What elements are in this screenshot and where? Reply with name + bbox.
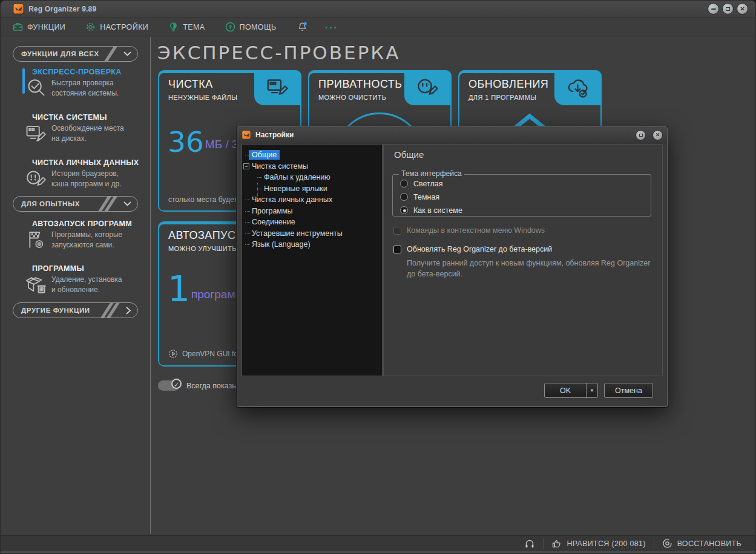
cloud-download-icon bbox=[554, 70, 602, 105]
sidebar-group-label: ДРУГИЕ ФУНКЦИИ bbox=[21, 307, 90, 314]
settings-dialog: Настройки ✕ Общие − Чистка системы Файлы… bbox=[237, 126, 668, 407]
radio-dark-theme[interactable]: Темная bbox=[400, 192, 439, 201]
window-titlebar: Reg Organizer 9.89 ✕ bbox=[1, 1, 755, 18]
card-subtitle: НЕНУЖНЫЕ ФАЙЛЫ bbox=[168, 94, 237, 101]
checkbox-icon bbox=[393, 246, 401, 253]
menu-settings-label: НАСТРОЙКИ bbox=[100, 23, 148, 31]
tree-item-files-to-delete[interactable]: Файлы к удалению bbox=[242, 172, 382, 183]
card-title: ПРИВАТНОСТЬ bbox=[318, 78, 403, 91]
toggle-label: Всегда показыв bbox=[186, 382, 242, 390]
menu-theme-label: ТЕМА bbox=[183, 23, 205, 31]
sidebar-group-other-functions[interactable]: ДРУГИЕ ФУНКЦИИ bbox=[13, 302, 138, 318]
checkbox-beta-updates[interactable]: Обновлять Reg Organizer до бета-версий bbox=[393, 245, 552, 253]
window-frame-edge bbox=[1, 551, 755, 553]
magnifier-check-icon bbox=[25, 77, 48, 100]
checkbox-beta-description: Получите ранний доступ к новым функциям,… bbox=[407, 258, 651, 279]
sidebar-group-functions-for-all[interactable]: ФУНКЦИИ ДЛЯ ВСЕХ bbox=[13, 46, 138, 62]
menu-help-label: ПОМОЩЬ bbox=[240, 23, 277, 31]
menu-theme[interactable]: ТЕМА bbox=[168, 22, 205, 32]
help-icon: ? bbox=[225, 22, 235, 32]
sidebar-item-programs[interactable]: ПРОГРАММЫ Удаление, установка и обновлен… bbox=[24, 264, 146, 296]
chevron-down-icon bbox=[123, 51, 131, 56]
radio-icon bbox=[400, 193, 408, 201]
radio-light-theme[interactable]: Светлая bbox=[400, 179, 443, 188]
app-logo-icon bbox=[242, 130, 251, 140]
ok-dropdown-arrow[interactable]: ▼ bbox=[586, 383, 597, 397]
collapse-icon[interactable]: − bbox=[243, 163, 249, 169]
like-label: НРАВИТСЯ (200 081) bbox=[567, 539, 645, 548]
sidebar-group-label: ДЛЯ ОПЫТНЫХ bbox=[21, 200, 80, 207]
dialog-maximize-button[interactable] bbox=[636, 130, 646, 140]
tree-item-general[interactable]: Общие bbox=[242, 149, 382, 161]
app-logo-icon bbox=[13, 3, 24, 15]
tree-item-private-data[interactable]: Чистка личных данных bbox=[242, 194, 382, 206]
chevron-right-icon bbox=[126, 307, 131, 314]
checkbox-context-menu: Команды в контекстном меню Windows bbox=[393, 226, 545, 235]
maximize-button[interactable] bbox=[722, 3, 734, 15]
menu-settings[interactable]: НАСТРОЙКИ bbox=[85, 22, 148, 32]
sidebar-item-desc: Удаление, установка и обновление. bbox=[51, 273, 122, 296]
radio-system-theme[interactable]: Как в системе bbox=[400, 206, 462, 215]
mask-brush-icon bbox=[404, 70, 452, 105]
tree-item-language[interactable]: Язык (Language) bbox=[242, 239, 382, 250]
chevron-down-icon bbox=[123, 201, 131, 206]
feedback-button[interactable] bbox=[516, 536, 543, 551]
tree-guide-line bbox=[257, 183, 258, 200]
card-value: 36 bbox=[168, 130, 204, 154]
sidebar-item-system-cleanup[interactable]: ЧИСТКА СИСТЕМЫ Освобождение места на дис… bbox=[24, 113, 146, 145]
more-menu-button[interactable]: ... bbox=[325, 25, 338, 29]
monitor-brush-icon bbox=[25, 122, 48, 145]
menu-functions[interactable]: ФУНКЦИИ bbox=[13, 22, 65, 32]
tree-item-connection[interactable]: Соединение bbox=[242, 217, 382, 228]
menu-bar: ФУНКЦИИ НАСТРОЙКИ ТЕМА ? ПОМОЩЬ ... bbox=[1, 18, 755, 36]
minimize-button[interactable] bbox=[708, 3, 719, 15]
sidebar-group-for-experienced[interactable]: ДЛЯ ОПЫТНЫХ bbox=[13, 196, 138, 212]
status-bar: НРАВИТСЯ (200 081) ВОССТАНОВИТЬ bbox=[1, 535, 755, 551]
theme-groupbox: Тема интерфейса Светлая Темная Как в сис… bbox=[392, 174, 651, 217]
tree-item-programs[interactable]: Программы bbox=[242, 206, 382, 217]
card-value-suffix: МБ / 3 bbox=[205, 138, 238, 154]
headphones-icon bbox=[524, 538, 535, 549]
sidebar-divider bbox=[150, 37, 151, 534]
always-show-toggle[interactable]: ✓ Всегда показыв bbox=[158, 380, 242, 391]
tree-item-system-cleanup[interactable]: − Чистка системы bbox=[242, 161, 382, 172]
close-button[interactable]: ✕ bbox=[737, 3, 748, 15]
restore-icon bbox=[662, 538, 672, 549]
sidebar-item-private-data-cleanup[interactable]: ЧИСТКА ЛИЧНЫХ ДАННЫХ История браузеров, … bbox=[24, 158, 146, 191]
window-title: Reg Organizer 9.89 bbox=[28, 5, 96, 13]
sidebar-item-desc: Освобождение места на дисках. bbox=[51, 122, 124, 145]
restore-button[interactable]: ВОССТАНОВИТЬ bbox=[654, 536, 749, 551]
card-title: ЧИСТКА bbox=[168, 78, 213, 91]
menu-help[interactable]: ? ПОМОЩЬ bbox=[225, 22, 277, 32]
card-subtitle: МОЖНО УЛУЧШИТЬ bbox=[168, 245, 237, 252]
bell-icon bbox=[297, 21, 308, 33]
notifications-button[interactable] bbox=[297, 21, 308, 33]
thumbs-up-icon bbox=[551, 538, 562, 549]
ok-button-label: OK bbox=[545, 386, 586, 395]
ok-button[interactable]: OK ▼ bbox=[544, 383, 598, 398]
flag-gear-icon bbox=[25, 229, 48, 252]
sidebar-item-express-check[interactable]: ЭКСПРЕСС-ПРОВЕРКА Быстрая проверка состо… bbox=[24, 68, 146, 100]
dialog-close-button[interactable]: ✕ bbox=[652, 130, 663, 140]
sidebar-item-desc: Программы, которые запускаются сами. bbox=[51, 229, 122, 252]
svg-text:?: ? bbox=[228, 24, 232, 30]
stripes-decoration bbox=[103, 47, 119, 61]
like-button[interactable]: НРАВИТСЯ (200 081) bbox=[544, 536, 653, 551]
tree-item-invalid-shortcuts[interactable]: Неверные ярлыки bbox=[242, 183, 382, 195]
box-trash-icon bbox=[25, 273, 48, 296]
card-footer-text: OpenVPN GUI fo bbox=[182, 350, 238, 358]
toggle-check-icon: ✓ bbox=[171, 379, 182, 389]
cancel-button[interactable]: Отмена bbox=[604, 383, 653, 398]
sidebar-group-label: ФУНКЦИИ ДЛЯ ВСЕХ bbox=[21, 50, 99, 57]
gear-play-icon bbox=[168, 349, 178, 359]
sidebar-item-title: ЧИСТКА ЛИЧНЫХ ДАННЫХ bbox=[32, 158, 146, 167]
radio-selected-icon bbox=[400, 206, 408, 214]
sidebar-item-desc: История браузеров, кэша программ и др. bbox=[51, 168, 122, 191]
sidebar-item-title: ПРОГРАММЫ bbox=[32, 264, 146, 273]
sidebar-item-autorun[interactable]: АВТОЗАПУСК ПРОГРАММ Программы, которые з… bbox=[24, 220, 146, 252]
monitor-brush-icon bbox=[254, 70, 301, 105]
tree-item-legacy-tools[interactable]: Устаревшие инструменты bbox=[242, 228, 382, 240]
app-window: Reg Organizer 9.89 ✕ ФУНКЦИИ НАСТРОЙКИ Т… bbox=[0, 0, 756, 554]
toggle-switch[interactable]: ✓ bbox=[158, 380, 180, 391]
lightbulb-icon bbox=[168, 22, 179, 32]
